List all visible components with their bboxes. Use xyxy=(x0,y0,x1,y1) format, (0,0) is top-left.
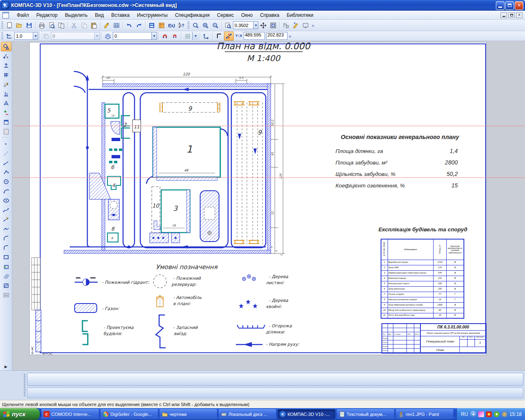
building-8[interactable] xyxy=(108,199,119,220)
print-button[interactable] xyxy=(37,21,47,30)
new-document-button[interactable] xyxy=(5,21,14,30)
task-local-disk[interactable]: Локальный диск ... xyxy=(219,409,276,419)
rail-expand-arrow[interactable]: ▶ xyxy=(5,365,7,369)
menu-specification[interactable]: Спецификация xyxy=(171,11,213,19)
screen-refresh-button[interactable] xyxy=(301,21,310,30)
undo-button[interactable] xyxy=(124,21,134,30)
menu-tools[interactable]: Инструменты xyxy=(133,11,171,19)
copy-button[interactable] xyxy=(79,21,89,30)
zoom-area-button[interactable] xyxy=(191,21,201,30)
open-document-button[interactable] xyxy=(14,21,24,30)
mdi-close-button[interactable]: × xyxy=(516,12,523,18)
zoom-value-input[interactable] xyxy=(233,23,253,28)
dimensions-mode-button[interactable]: k xyxy=(1,51,11,61)
rectangle-tool[interactable] xyxy=(1,252,11,262)
menu-insert[interactable]: Вставка xyxy=(107,11,133,19)
menu-help[interactable]: Справка xyxy=(256,11,283,19)
polyline-tool[interactable] xyxy=(1,167,11,177)
comodo-tray-icon[interactable] xyxy=(486,411,492,417)
aux-line-tool[interactable] xyxy=(1,148,11,158)
drawing-sheet-svg[interactable]: План на відм. 0.000 М 1:400 120 10 5.5 5… xyxy=(12,41,525,370)
building-7[interactable] xyxy=(200,191,219,242)
y-coordinate-field[interactable] xyxy=(244,32,265,40)
local-cs-button[interactable] xyxy=(201,32,211,41)
rebuild-button[interactable] xyxy=(281,21,291,30)
menu-editor[interactable]: Редактор xyxy=(33,11,62,19)
zoom-page-button[interactable] xyxy=(223,21,233,30)
snap-lock-button[interactable] xyxy=(170,32,180,41)
menu-view[interactable]: Вид xyxy=(91,11,108,19)
copies-value-input[interactable] xyxy=(51,34,94,39)
zoom-in-button[interactable] xyxy=(201,21,210,30)
zoom-combo[interactable] xyxy=(233,21,258,29)
constraints-mode-button[interactable] xyxy=(1,98,11,108)
menu-libraries[interactable]: Библиотеки xyxy=(283,11,317,19)
layers-icon[interactable] xyxy=(103,32,113,41)
menu-file[interactable]: Файл xyxy=(13,11,33,19)
layer-value-input[interactable] xyxy=(113,34,151,39)
redraw-button[interactable] xyxy=(291,21,301,30)
curve-pencil-tool[interactable] xyxy=(1,215,11,224)
spreadsheet-button[interactable] xyxy=(112,21,121,30)
toolbar-overflow-chevron[interactable]: » xyxy=(289,34,291,39)
task-paint[interactable]: ген1.JPG - Paint xyxy=(396,409,453,419)
toolbar-grip[interactable] xyxy=(187,21,189,30)
page-layout-button[interactable] xyxy=(57,21,66,30)
step-value-input[interactable] xyxy=(15,34,33,39)
grid-dropdown[interactable] xyxy=(192,32,199,40)
property-panel-handle[interactable] xyxy=(24,374,25,397)
fit-document-button[interactable] xyxy=(268,21,278,30)
tray-icon-1[interactable] xyxy=(478,411,484,417)
fx-button[interactable]: f(x) xyxy=(167,21,176,30)
x-coordinate-input[interactable] xyxy=(267,32,287,37)
task-browser[interactable]: DigiSeller - Google... xyxy=(100,409,158,419)
segment-tool[interactable] xyxy=(1,158,11,167)
chamfer-tool[interactable] xyxy=(1,233,11,243)
designations-mode-button[interactable] xyxy=(1,61,11,70)
y-coordinate-input[interactable] xyxy=(244,32,265,37)
toolbar-grip[interactable] xyxy=(1,21,3,30)
task-kompas[interactable]: K КОМПАС-3D V10 -... xyxy=(278,409,335,419)
mdi-minimize-button[interactable] xyxy=(500,12,507,18)
snap-settings-button[interactable] xyxy=(160,32,170,41)
minimize-button[interactable] xyxy=(496,1,504,10)
property-bar[interactable] xyxy=(27,373,523,386)
rounding-toggle-button[interactable] xyxy=(224,32,234,41)
zoom-combo-dropdown[interactable] xyxy=(253,22,258,29)
layer-combo-dropdown[interactable] xyxy=(151,32,157,39)
continuous-input-tool[interactable] xyxy=(1,205,11,215)
measure-mode-button[interactable] xyxy=(1,80,11,89)
menu-window[interactable]: Окно xyxy=(237,11,256,19)
task-text-document[interactable]: Текстовый докум... xyxy=(337,409,394,419)
editing-mode-button[interactable] xyxy=(1,89,11,98)
toolbar-grip[interactable] xyxy=(1,32,3,40)
polygon-tool[interactable] xyxy=(1,262,11,271)
step-combo[interactable] xyxy=(14,32,38,40)
arc-tool[interactable] xyxy=(1,186,11,196)
bezier-tool[interactable] xyxy=(1,224,11,233)
document-manager-button[interactable] xyxy=(147,21,157,30)
print-preview-button[interactable] xyxy=(47,21,57,30)
fillet-tool[interactable] xyxy=(1,243,11,252)
hide-icons-button[interactable]: ◄ xyxy=(470,411,476,417)
save-button[interactable] xyxy=(24,21,34,30)
spec-mode-button[interactable] xyxy=(1,127,11,136)
step-combo-dropdown[interactable] xyxy=(33,32,38,39)
task-folder[interactable]: чертежи xyxy=(160,409,217,419)
task-comodo[interactable]: C COMODO Interne... xyxy=(41,409,99,419)
start-button[interactable]: пуск xyxy=(0,408,40,420)
menu-select[interactable]: Выделить xyxy=(61,11,91,19)
menu-service[interactable]: Сервис xyxy=(213,11,237,19)
ellipse-tool[interactable] xyxy=(1,196,11,205)
paste-button[interactable] xyxy=(89,21,99,30)
personal-parking[interactable] xyxy=(150,233,180,243)
copies-combo-dropdown[interactable] xyxy=(94,32,100,39)
layer-combo[interactable] xyxy=(113,32,157,40)
x-coordinate-field[interactable] xyxy=(266,32,288,40)
grid-button[interactable] xyxy=(183,32,192,41)
geometry-mode-button[interactable] xyxy=(1,42,11,51)
diagnostics-mode-button[interactable] xyxy=(1,108,11,117)
utorrent-tray-icon[interactable] xyxy=(494,411,500,417)
hatch-tool[interactable] xyxy=(1,281,11,290)
drawing-canvas[interactable]: План на відм. 0.000 М 1:400 120 10 5.5 5… xyxy=(12,41,525,370)
